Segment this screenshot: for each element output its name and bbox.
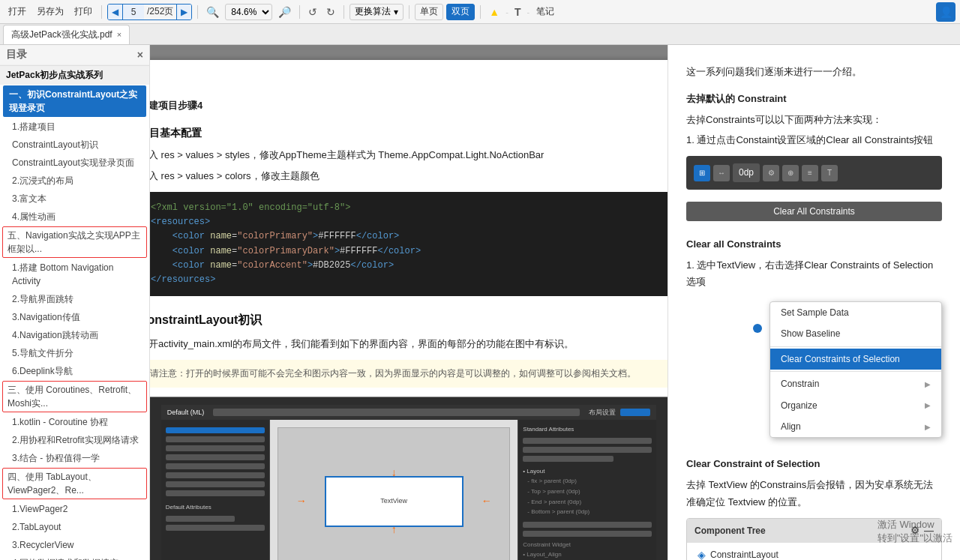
zoom-out-button[interactable]: 🔍 <box>203 4 222 19</box>
highlight-button[interactable]: ▲ <box>486 4 502 19</box>
cm-show-baseline[interactable]: Show Baseline <box>770 323 941 344</box>
user-icon: 👤 <box>936 2 956 22</box>
context-menu: Set Sample Data Show Baseline Clear Cons… <box>770 301 942 438</box>
select-tool-dropdown[interactable]: 更换算法 ▾ <box>350 4 404 20</box>
toc-item-s13[interactable]: 1.kotlin - Coroutine 协程 <box>0 413 149 431</box>
diag-s8 <box>166 490 265 496</box>
content-area: 创建项目步骤4 项目基本配置 进入 res > values > styles，… <box>150 45 668 560</box>
toc-item-ch5[interactable]: 五、Navigation实战之实现APP主框架以... <box>2 226 147 258</box>
pdf-note: 请注意：打开的时候界面可能不会完全和图示内容一致，因为界面显示的内容是可以调整的… <box>150 360 668 387</box>
ct-layout-item[interactable]: ◈ ConstraintLayout <box>687 543 941 560</box>
sidebar-content: JetPack初步点实战系列 一、初识ConstraintLayout之实现登录… <box>0 65 149 560</box>
ci3: ⚙ <box>763 165 779 181</box>
code-line5: <color name="colorAccent">#DB2025</color… <box>151 259 667 273</box>
ct-header: Component Tree ⚙ — <box>687 519 941 543</box>
toc-item-s1[interactable]: 1.搭建项目 <box>0 118 149 136</box>
open-button[interactable]: 打开 <box>4 4 30 19</box>
cm-organize[interactable]: Organize ▶ <box>770 395 941 416</box>
next-page-button[interactable]: ▶ <box>176 4 191 19</box>
toc-item-s9[interactable]: 3.Navigation传值 <box>0 308 149 326</box>
rp-step1: 1. 通过点击Constaint设置区域的Clear all Constrain… <box>686 132 942 148</box>
code-line1: <?xml version="1.0" encoding="utf-8"> <box>151 201 667 215</box>
toc-item-s4[interactable]: 2.沉浸式的布局 <box>0 172 149 190</box>
toc-item-s14[interactable]: 2.用协程和Retrofit实现网络请求 <box>0 431 149 449</box>
toc-item-s17[interactable]: 2.TabLayout <box>0 518 149 536</box>
page-input[interactable] <box>123 4 144 19</box>
cm-clear-constraints[interactable]: Clear Constraints of Selection <box>770 349 941 370</box>
diag-s9 <box>166 516 236 522</box>
redo-button[interactable]: ↻ <box>323 4 338 19</box>
toc-item-s16[interactable]: 1.ViewPager2 <box>0 500 149 518</box>
section-title: 项目基本配置 <box>150 124 668 142</box>
ci1: ⊞ <box>694 165 710 181</box>
toc-item-chapter1[interactable]: 一、初识ConstraintLayout之实现登录页 <box>3 85 146 117</box>
ci6: T <box>821 165 838 181</box>
toc-group-jetpack: JetPack初步点实战系列 <box>0 65 149 85</box>
diag-s7 <box>166 481 265 487</box>
toc-item-s3[interactable]: ConstraintLayout实现登录页面 <box>0 154 149 172</box>
toc-item-s11[interactable]: 5.导航文件折分 <box>0 344 149 362</box>
pdf-tab[interactable]: 高级JetPack强化实战.pdf × <box>3 25 130 44</box>
sep1 <box>101 5 102 19</box>
ci5: ≡ <box>802 165 818 181</box>
diag-sidebar: Default Attributes <box>161 420 270 560</box>
undo-button[interactable]: ↺ <box>305 4 320 19</box>
clear-all-constraints-button[interactable]: Clear All Constraints <box>686 202 942 221</box>
context-menu-wrapper: Set Sample Data Show Baseline Clear Cons… <box>686 294 942 445</box>
cm-label-5: Organize <box>781 398 818 413</box>
tab-close-button[interactable]: × <box>117 30 122 39</box>
toc-item-s8[interactable]: 2.导航界面跳转 <box>0 290 149 308</box>
sep4 <box>344 5 344 19</box>
sep6 <box>480 5 481 19</box>
rp-step2-desc: 1. 选中TextView，右击选择Clear Constraints of S… <box>686 257 942 290</box>
toc-item-s18[interactable]: 3.RecyclerView <box>0 536 149 554</box>
sep3 <box>299 5 300 19</box>
cm-sep1 <box>770 346 941 347</box>
toc-item-s6[interactable]: 4.属性动画 <box>0 208 149 226</box>
print-button[interactable]: 打印 <box>70 4 96 19</box>
pdf-page: 创建项目步骤4 项目基本配置 进入 res > values > styles，… <box>150 60 668 560</box>
saveas-button[interactable]: 另存为 <box>33 4 68 19</box>
toc-item-s15[interactable]: 3.结合 - 协程值得一学 <box>0 449 149 467</box>
cm-constrain[interactable]: Constrain ▶ <box>770 373 941 394</box>
toc-item-ch4[interactable]: 四、使用 TabLayout、ViewPager2、Re... <box>2 468 147 499</box>
double-page-button[interactable]: 双页 <box>446 4 475 20</box>
diag-right: Standard Attributes • Layout - fix > par… <box>518 420 656 560</box>
ct-gear-icon[interactable]: ⚙ <box>910 523 920 539</box>
cm-align[interactable]: Align ▶ <box>770 416 941 437</box>
toc-item-s19[interactable]: 4.网格数据请求和数据填充 <box>0 554 149 560</box>
rp-intro: 这一系列问题我们逐渐来进行一一介绍。 <box>686 64 942 80</box>
sidebar-close-button[interactable]: × <box>137 49 143 61</box>
diag-s5 <box>166 463 265 469</box>
diag-s3 <box>166 445 265 451</box>
text-tool-button[interactable]: T <box>512 4 524 19</box>
diag-canvas: TextView → ← ↓ ↑ UI界面总览 <box>270 420 518 560</box>
diag-s4 <box>166 454 265 460</box>
constraint-value: 0dp <box>733 163 760 181</box>
single-page-button[interactable]: 单页 <box>415 4 443 20</box>
toc-item-s12[interactable]: 6.Deeplink导航 <box>0 362 149 380</box>
ct-minimize-icon[interactable]: — <box>924 523 934 539</box>
constraint-icons: ⊞ ↔ 0dp ⚙ ⊕ ≡ T <box>694 163 838 181</box>
tab-label: 高级JetPack强化实战.pdf <box>11 28 112 41</box>
zoom-select[interactable]: 84.6% 100% 75% <box>225 4 272 20</box>
dr5 <box>523 531 652 537</box>
page-navigator: ◀ /252页 ▶ <box>107 4 192 20</box>
rp-clear-selection-desc: 去掉 TextView 的Constrains后会报错，因为安卓系统无法准确定位… <box>686 477 942 510</box>
ci2: ↔ <box>713 165 730 181</box>
toc-item-s7[interactable]: 1.搭建 Bottom Navigation Activity <box>0 259 149 290</box>
sidebar-header: 目录 × <box>0 45 149 65</box>
toc-item-ch3[interactable]: 三、使用 Coroutines、Retrofit、Moshi实... <box>2 381 147 412</box>
toc-item-s5[interactable]: 3.富文本 <box>0 190 149 208</box>
code-block: <?xml version="1.0" encoding="utf-8"> <r… <box>150 192 668 296</box>
prev-page-button[interactable]: ◀ <box>108 4 123 19</box>
cm-set-sample-data[interactable]: Set Sample Data <box>770 302 941 323</box>
note-button[interactable]: 笔记 <box>532 4 558 19</box>
select-tool-label: 更换算法 <box>355 5 391 18</box>
step1-text: 进入 res > values > styles，修改AppTheme主题样式为… <box>150 147 668 163</box>
cm-label-1: Set Sample Data <box>781 305 849 320</box>
toc-item-s10[interactable]: 4.Navigation跳转动画 <box>0 326 149 344</box>
zoom-in-button[interactable]: 🔎 <box>275 4 294 19</box>
ct-header-icons: ⚙ — <box>910 523 934 539</box>
toc-item-s2[interactable]: ConstraintLayout初识 <box>0 136 149 154</box>
